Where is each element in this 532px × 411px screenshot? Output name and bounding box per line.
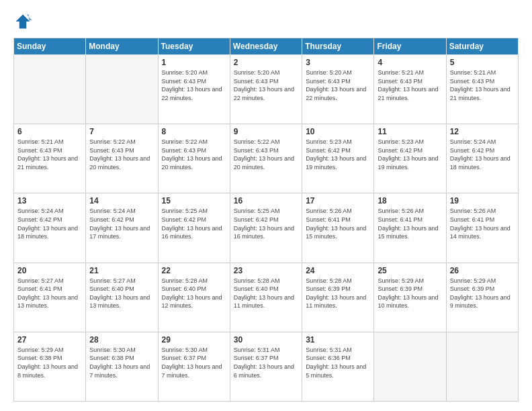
day-info: Sunrise: 5:22 AM Sunset: 6:43 PM Dayligh…: [234, 138, 298, 171]
calendar-cell: 28Sunrise: 5:30 AM Sunset: 6:38 PM Dayli…: [86, 332, 158, 401]
day-of-week-header: Saturday: [446, 38, 518, 55]
day-of-week-header: Friday: [374, 38, 446, 55]
calendar-body: 1Sunrise: 5:20 AM Sunset: 6:43 PM Daylig…: [14, 55, 519, 402]
day-info: Sunrise: 5:25 AM Sunset: 6:42 PM Dayligh…: [234, 207, 298, 240]
day-info: Sunrise: 5:26 AM Sunset: 6:41 PM Dayligh…: [306, 207, 370, 240]
day-number: 4: [378, 58, 442, 67]
calendar-cell: 18Sunrise: 5:26 AM Sunset: 6:41 PM Dayli…: [374, 193, 446, 263]
day-number: 8: [162, 127, 226, 136]
calendar-cell: 20Sunrise: 5:27 AM Sunset: 6:41 PM Dayli…: [14, 263, 86, 332]
day-info: Sunrise: 5:22 AM Sunset: 6:43 PM Dayligh…: [162, 138, 226, 171]
calendar-cell: [446, 332, 518, 401]
day-info: Sunrise: 5:23 AM Sunset: 6:42 PM Dayligh…: [378, 138, 442, 171]
day-info: Sunrise: 5:27 AM Sunset: 6:40 PM Dayligh…: [89, 277, 154, 310]
day-info: Sunrise: 5:28 AM Sunset: 6:40 PM Dayligh…: [162, 277, 226, 310]
calendar-cell: 21Sunrise: 5:27 AM Sunset: 6:40 PM Dayli…: [86, 263, 158, 332]
day-number: 1: [162, 58, 226, 67]
day-info: Sunrise: 5:21 AM Sunset: 6:43 PM Dayligh…: [17, 138, 82, 171]
calendar-cell: 29Sunrise: 5:30 AM Sunset: 6:37 PM Dayli…: [158, 332, 230, 401]
calendar-cell: 19Sunrise: 5:26 AM Sunset: 6:41 PM Dayli…: [446, 193, 518, 263]
svg-marker-0: [16, 15, 30, 29]
calendar-cell: 12Sunrise: 5:24 AM Sunset: 6:42 PM Dayli…: [446, 124, 518, 193]
day-info: Sunrise: 5:25 AM Sunset: 6:42 PM Dayligh…: [162, 207, 226, 240]
day-info: Sunrise: 5:28 AM Sunset: 6:39 PM Dayligh…: [306, 277, 370, 310]
calendar-week-row: 1Sunrise: 5:20 AM Sunset: 6:43 PM Daylig…: [14, 55, 519, 124]
calendar-cell: 27Sunrise: 5:29 AM Sunset: 6:38 PM Dayli…: [14, 332, 86, 401]
day-number: 27: [17, 335, 82, 345]
day-of-week-header: Tuesday: [158, 38, 230, 55]
calendar-cell: 25Sunrise: 5:29 AM Sunset: 6:39 PM Dayli…: [374, 263, 446, 332]
day-number: 20: [17, 266, 82, 275]
day-number: 5: [450, 58, 515, 67]
day-info: Sunrise: 5:24 AM Sunset: 6:42 PM Dayligh…: [89, 207, 154, 240]
day-number: 2: [234, 58, 298, 67]
calendar-cell: 2Sunrise: 5:20 AM Sunset: 6:43 PM Daylig…: [230, 55, 302, 124]
calendar-week-row: 27Sunrise: 5:29 AM Sunset: 6:38 PM Dayli…: [14, 332, 519, 401]
calendar-cell: 11Sunrise: 5:23 AM Sunset: 6:42 PM Dayli…: [374, 124, 446, 193]
calendar-cell: 13Sunrise: 5:24 AM Sunset: 6:42 PM Dayli…: [14, 193, 86, 263]
day-number: 16: [234, 196, 298, 205]
day-number: 17: [306, 196, 370, 205]
day-number: 12: [450, 127, 515, 136]
day-number: 23: [234, 266, 298, 275]
day-info: Sunrise: 5:24 AM Sunset: 6:42 PM Dayligh…: [17, 207, 82, 240]
day-number: 30: [234, 335, 298, 345]
calendar-cell: 5Sunrise: 5:21 AM Sunset: 6:43 PM Daylig…: [446, 55, 518, 124]
day-number: 21: [89, 266, 154, 275]
day-number: 25: [378, 266, 442, 275]
day-number: 18: [378, 196, 442, 205]
day-of-week-header: Sunday: [14, 38, 86, 55]
day-info: Sunrise: 5:30 AM Sunset: 6:37 PM Dayligh…: [162, 346, 226, 379]
day-number: 11: [378, 127, 442, 136]
day-of-week-header: Thursday: [302, 38, 374, 55]
calendar-cell: 16Sunrise: 5:25 AM Sunset: 6:42 PM Dayli…: [230, 193, 302, 263]
day-info: Sunrise: 5:28 AM Sunset: 6:40 PM Dayligh…: [234, 277, 298, 310]
day-number: 22: [162, 266, 226, 275]
calendar-cell: [14, 55, 86, 124]
day-info: Sunrise: 5:21 AM Sunset: 6:43 PM Dayligh…: [378, 68, 442, 102]
days-of-week-row: SundayMondayTuesdayWednesdayThursdayFrid…: [14, 38, 519, 55]
calendar-cell: 15Sunrise: 5:25 AM Sunset: 6:42 PM Dayli…: [158, 193, 230, 263]
calendar-cell: 7Sunrise: 5:22 AM Sunset: 6:43 PM Daylig…: [86, 124, 158, 193]
day-info: Sunrise: 5:24 AM Sunset: 6:42 PM Dayligh…: [450, 138, 515, 171]
logo: [13, 12, 35, 31]
calendar-cell: 23Sunrise: 5:28 AM Sunset: 6:40 PM Dayli…: [230, 263, 302, 332]
day-of-week-header: Monday: [86, 38, 158, 55]
calendar-cell: 3Sunrise: 5:20 AM Sunset: 6:43 PM Daylig…: [302, 55, 374, 124]
day-info: Sunrise: 5:23 AM Sunset: 6:42 PM Dayligh…: [306, 138, 370, 171]
header: [13, 12, 519, 31]
day-info: Sunrise: 5:27 AM Sunset: 6:41 PM Dayligh…: [17, 277, 82, 310]
day-number: 19: [450, 196, 515, 205]
calendar-cell: 4Sunrise: 5:21 AM Sunset: 6:43 PM Daylig…: [374, 55, 446, 124]
calendar-cell: 10Sunrise: 5:23 AM Sunset: 6:42 PM Dayli…: [302, 124, 374, 193]
day-info: Sunrise: 5:20 AM Sunset: 6:43 PM Dayligh…: [234, 68, 298, 102]
day-info: Sunrise: 5:20 AM Sunset: 6:43 PM Dayligh…: [306, 68, 370, 102]
calendar-week-row: 20Sunrise: 5:27 AM Sunset: 6:41 PM Dayli…: [14, 263, 519, 332]
day-number: 29: [162, 335, 226, 345]
calendar-cell: 14Sunrise: 5:24 AM Sunset: 6:42 PM Dayli…: [86, 193, 158, 263]
day-info: Sunrise: 5:29 AM Sunset: 6:38 PM Dayligh…: [17, 346, 82, 379]
day-info: Sunrise: 5:29 AM Sunset: 6:39 PM Dayligh…: [450, 277, 515, 310]
calendar-cell: 17Sunrise: 5:26 AM Sunset: 6:41 PM Dayli…: [302, 193, 374, 263]
calendar-cell: 30Sunrise: 5:31 AM Sunset: 6:37 PM Dayli…: [230, 332, 302, 401]
day-info: Sunrise: 5:21 AM Sunset: 6:43 PM Dayligh…: [450, 68, 515, 102]
day-info: Sunrise: 5:31 AM Sunset: 6:36 PM Dayligh…: [306, 346, 370, 379]
calendar-header: SundayMondayTuesdayWednesdayThursdayFrid…: [14, 38, 519, 55]
day-number: 10: [306, 127, 370, 136]
calendar-cell: [86, 55, 158, 124]
calendar-cell: 1Sunrise: 5:20 AM Sunset: 6:43 PM Daylig…: [158, 55, 230, 124]
calendar-cell: 31Sunrise: 5:31 AM Sunset: 6:36 PM Dayli…: [302, 332, 374, 401]
day-number: 24: [306, 266, 370, 275]
calendar-cell: 26Sunrise: 5:29 AM Sunset: 6:39 PM Dayli…: [446, 263, 518, 332]
day-info: Sunrise: 5:26 AM Sunset: 6:41 PM Dayligh…: [450, 207, 515, 240]
day-info: Sunrise: 5:26 AM Sunset: 6:41 PM Dayligh…: [378, 207, 442, 240]
day-number: 31: [306, 335, 370, 345]
page: SundayMondayTuesdayWednesdayThursdayFrid…: [0, 0, 532, 411]
calendar-cell: [374, 332, 446, 401]
day-info: Sunrise: 5:20 AM Sunset: 6:43 PM Dayligh…: [162, 68, 226, 102]
calendar-cell: 9Sunrise: 5:22 AM Sunset: 6:43 PM Daylig…: [230, 124, 302, 193]
day-number: 28: [89, 335, 154, 345]
day-info: Sunrise: 5:30 AM Sunset: 6:38 PM Dayligh…: [89, 346, 154, 379]
calendar-cell: 8Sunrise: 5:22 AM Sunset: 6:43 PM Daylig…: [158, 124, 230, 193]
calendar-table: SundayMondayTuesdayWednesdayThursdayFrid…: [13, 38, 519, 402]
